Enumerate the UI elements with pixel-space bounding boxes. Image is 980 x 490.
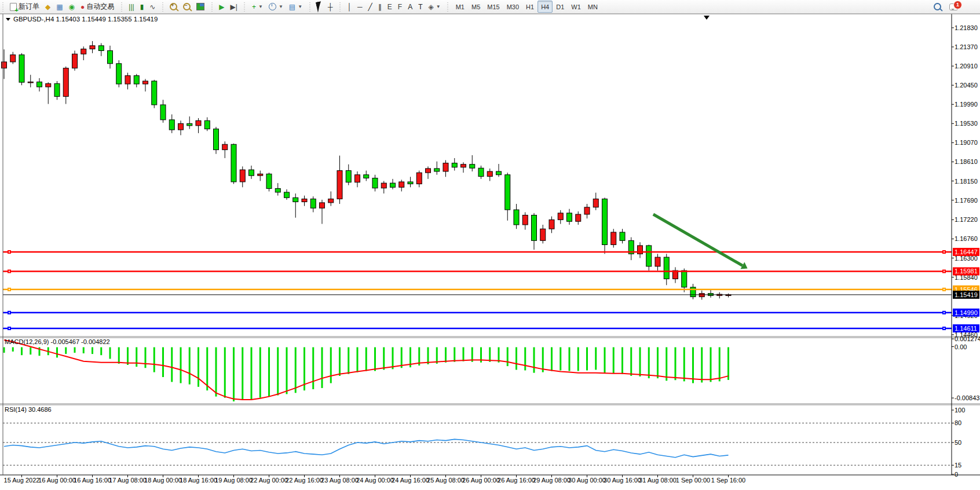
time-axis-label: 31 Aug 08:00 [639, 477, 677, 484]
tf-m15-button[interactable]: M15 [484, 1, 503, 13]
magnifier-icon[interactable] [934, 3, 941, 10]
tf-w1-button[interactable]: W1 [568, 1, 584, 13]
magnifier-plus-icon: + [170, 3, 177, 10]
zoom-out-button[interactable]: − [180, 1, 193, 13]
mt4-terminal: 新订单◆▦◉●自动交易|||▮∿+−▶▶|+▼▼▤▼┼│─╱∥EFAT◈▼M1M… [0, 0, 980, 490]
horizontal-line-button[interactable]: ─ [354, 1, 365, 13]
autotrade-button[interactable]: ●自动交易 [78, 1, 117, 13]
resistance-1-price-text: 1.16447 [955, 248, 978, 255]
toolbar-grip [243, 2, 246, 12]
tf-h1-button-label: H1 [526, 3, 534, 10]
candle [169, 120, 174, 130]
line-chart-button[interactable]: ∿ [147, 1, 158, 13]
toolbar-grip [447, 2, 449, 12]
candle [152, 81, 157, 105]
channel-icon: ∥ [378, 3, 382, 10]
candle [204, 120, 210, 129]
candle [196, 120, 201, 126]
resistance-2-handle-dot [944, 270, 945, 272]
periods-button[interactable]: ▼ [266, 1, 286, 13]
tf-m30-button[interactable]: M30 [503, 1, 522, 13]
candle [10, 55, 16, 62]
fibonacci-button[interactable]: F [395, 1, 405, 13]
candlestick-button[interactable]: ▮ [137, 1, 147, 13]
tf-d1-button[interactable]: D1 [553, 1, 568, 13]
candle [461, 164, 466, 167]
time-axis-label: 22 Aug 00:00 [250, 477, 288, 484]
candle [37, 82, 42, 87]
new-order-button[interactable]: 新订单 [7, 1, 42, 13]
rsi-label: RSI(14) 30.4686 [5, 406, 52, 413]
candle [602, 199, 608, 244]
tile-windows-button[interactable] [193, 1, 207, 13]
candle [682, 270, 687, 287]
macd-axis-label: 0.001274 [955, 335, 980, 342]
time-axis-label: 23 Aug 08:00 [321, 477, 359, 484]
cursor-button[interactable] [314, 1, 325, 13]
candle [72, 54, 78, 68]
toolbar-group-timeframes: M1M5M15M30H1H4D1W1MN [451, 0, 603, 13]
time-axis-label: 1 Sep 00:00 [676, 477, 710, 484]
text-button[interactable]: A [405, 1, 415, 13]
channel-button[interactable]: ∥ [375, 1, 385, 13]
candle [116, 64, 122, 84]
clock-icon [269, 3, 276, 10]
support-orange-handle-dot [944, 289, 945, 290]
tf-h4-button[interactable]: H4 [537, 1, 553, 13]
tf-m5-button[interactable]: M5 [468, 1, 484, 13]
auto-scroll-button[interactable]: ▶ [216, 1, 227, 13]
zoom-in-button[interactable]: + [167, 1, 180, 13]
bars-icon: ||| [129, 3, 134, 10]
tf-h1-button[interactable]: H1 [522, 1, 537, 13]
templates-button[interactable]: ▤▼ [286, 1, 305, 13]
candle [81, 49, 86, 54]
tf-m1-button[interactable]: M1 [452, 1, 468, 13]
new-order-button-label: 新订单 [19, 2, 39, 12]
candle [302, 199, 307, 202]
candle [258, 174, 263, 175]
candle [231, 144, 236, 182]
equidistant-channel-button[interactable]: E [385, 1, 395, 13]
candle [664, 257, 669, 279]
candle [532, 215, 537, 240]
tf-mn-button[interactable]: MN [584, 1, 601, 13]
candle [90, 46, 95, 49]
candle [108, 50, 113, 63]
vertical-line-button[interactable]: │ [345, 1, 355, 13]
time-axis-label: 26 Aug 16:00 [498, 477, 535, 484]
shapes-button[interactable]: ◈▼ [426, 1, 444, 13]
deposit-icon[interactable]: ◆ [42, 1, 53, 13]
crosshair-button[interactable]: ┼ [325, 1, 336, 13]
candle [496, 171, 502, 175]
price-tick-label: 1.19990 [955, 101, 978, 108]
signal-icon: ◉ [69, 3, 75, 10]
candle [381, 183, 386, 188]
tf-m1-button-label: M1 [456, 3, 465, 10]
chart-shift-button[interactable]: ▶| [228, 1, 240, 13]
chart-shift-icon: ▶| [231, 3, 237, 10]
trendline-button[interactable]: ╱ [365, 1, 375, 13]
indicators-button[interactable]: +▼ [249, 1, 266, 13]
candle [320, 203, 325, 208]
autotrade-button-label: 自动交易 [86, 2, 114, 12]
candle [19, 55, 24, 82]
chat-bubble-icon[interactable]: 1 [949, 3, 958, 10]
price-tick-label: 1.20450 [955, 82, 978, 89]
macd-axis-label: 0.00 [955, 343, 967, 350]
candle [558, 213, 563, 220]
candle [46, 83, 51, 87]
chart-window-icon[interactable]: ▦ [53, 1, 65, 13]
time-axis-label: 18 Aug 00:00 [144, 477, 182, 484]
vline-icon: │ [348, 3, 352, 10]
price-tick-label: 1.17690 [955, 197, 978, 204]
time-axis-label: 19 Aug 08:00 [215, 477, 253, 484]
time-axis-label: 16 Aug 00:00 [38, 477, 76, 484]
bar-chart-button[interactable]: ||| [126, 1, 137, 13]
candle [54, 83, 60, 96]
rsi-axis-label: 80 [955, 419, 961, 426]
candle [275, 188, 280, 192]
signals-icon[interactable]: ◉ [66, 1, 78, 13]
label-button[interactable]: T [415, 1, 425, 13]
time-axis-label: 15 Aug 2022 [4, 477, 40, 484]
toolbar-right-group: 1 [932, 0, 980, 13]
